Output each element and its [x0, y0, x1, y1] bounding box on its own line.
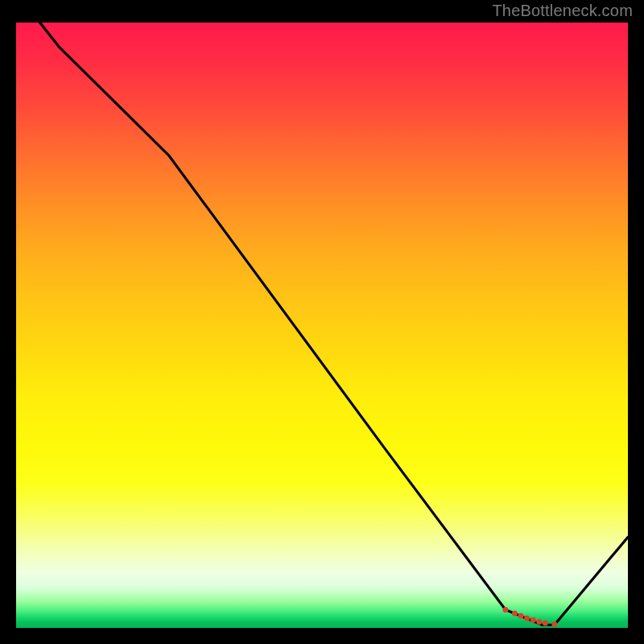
plot-frame [16, 23, 628, 628]
series-marker [551, 621, 557, 627]
watermark-text: TheBottleneck.com [492, 2, 633, 20]
series-line [16, 23, 628, 625]
chart-svg [16, 23, 628, 628]
series-marker [503, 607, 509, 613]
series-marker [530, 617, 536, 623]
series-marker [518, 613, 524, 618]
series-marker [543, 620, 548, 625]
chart-stage: TheBottleneck.com [0, 0, 644, 644]
series-marker [524, 615, 530, 621]
series-marker [536, 619, 542, 625]
series-marker [512, 610, 518, 616]
